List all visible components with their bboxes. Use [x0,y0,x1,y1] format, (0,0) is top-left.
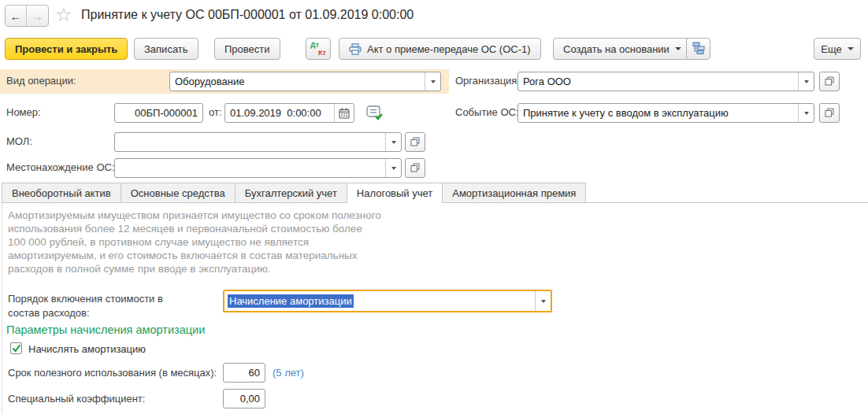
cost-inclusion-combobox[interactable]: Начисление амортизации [223,290,552,312]
more-label: Еще [821,43,841,55]
os-event-combobox[interactable]: Принятие к учету с вводом в эксплуатацию [517,103,814,123]
create-based-on-button[interactable]: Создать на основании [553,38,692,60]
useful-life-hint: (5 лет) [273,367,304,379]
operation-type-value: Оборудование [170,76,425,87]
open-icon [410,135,420,150]
page-title: Принятие к учету ОС 00БП-000001 от 01.09… [81,8,414,22]
depreciation-info-text: Амортизируемым имуществом признается иму… [8,209,381,275]
useful-life-value: 60 [249,367,260,379]
tab-bar: Внеоборотный актив Основные средства Бух… [2,183,586,203]
tab-tax-accounting[interactable]: Налоговый учет [347,183,442,204]
tab-depreciation-premium[interactable]: Амортизационная премия [442,183,586,203]
header: ← → ☆ Принятие к учету ОС 00БП-000001 от… [0,0,868,33]
date-input[interactable]: 01.09.2019 0:00:00 [224,103,354,123]
location-label: Местонахождение ОС: [6,161,115,173]
chevron-down-icon [675,47,681,50]
location-open-button[interactable] [405,158,425,178]
cost-inclusion-value: Начисление амортизации [228,294,354,308]
os-event-label: Событие ОС: [455,106,519,118]
dropdown-arrow-icon[interactable] [425,72,440,91]
chevron-down-icon [848,47,854,50]
useful-life-input[interactable]: 60 [223,363,265,383]
organization-combobox[interactable]: Рога ООО [517,72,814,91]
number-input[interactable]: 00БП-000001 [114,103,203,123]
open-icon [410,161,420,176]
number-label: Номер: [6,106,41,118]
history-nav: ← → [5,5,49,27]
os-event-value: Принятие к учету с вводом в эксплуатацию [518,107,798,119]
mol-combobox[interactable] [114,132,402,152]
post-and-close-button[interactable]: Провести и закрыть [5,38,128,60]
calendar-icon[interactable] [334,104,354,122]
save-button[interactable]: Записать [134,38,198,60]
os-event-open-button[interactable] [819,103,840,123]
dropdown-arrow-icon[interactable] [798,104,814,122]
print-act-button[interactable]: Акт о приеме-передаче ОС (ОС-1) [339,38,541,60]
debit-label: Дт [310,41,319,49]
mol-label: МОЛ: [6,135,32,147]
organization-open-button[interactable] [819,72,840,91]
forward-button[interactable]: → [27,6,48,26]
debit-credit-button[interactable]: Дт Кт [306,38,331,60]
save-label: Записать [144,43,188,55]
accrue-depreciation-checkbox[interactable] [10,342,22,354]
depreciation-params-header: Параметры начисления амортизации [6,323,205,336]
dropdown-arrow-icon[interactable] [385,159,401,177]
document-check-icon [365,109,383,123]
accrue-depreciation-label: Начислять амортизацию [28,343,146,355]
print-act-label: Акт о приеме-передаче ОС (ОС-1) [367,43,531,55]
tab-accounting[interactable]: Бухгалтерский учет [235,183,347,203]
post-label: Провести [224,43,270,55]
set-current-date-button[interactable] [365,105,383,124]
open-icon [825,75,834,89]
useful-life-label: Срок полезного использования (в месяцах)… [8,367,217,379]
operation-type-combobox[interactable]: Оборудование [169,72,441,91]
printer-icon [349,43,362,55]
document-structure-button[interactable] [686,38,710,60]
dropdown-arrow-icon[interactable] [385,133,401,151]
organization-label: Организация: [455,75,520,87]
date-from-label: от: [209,106,222,118]
special-coefficient-label: Специальный коэффициент: [8,393,145,405]
post-and-close-label: Провести и закрыть [15,43,117,55]
number-value: 00БП-000001 [115,107,202,119]
date-value: 01.09.2019 0:00:00 [225,107,334,119]
favorite-star-icon[interactable]: ☆ [55,4,72,26]
tab-fixed-assets[interactable]: Основные средства [121,183,235,203]
organization-value: Рога ООО [518,76,798,87]
toolbar: Провести и закрыть Записать Провести Дт … [0,37,868,62]
credit-label: Кт [318,49,326,57]
more-button[interactable]: Еще [814,38,861,60]
special-coefficient-input[interactable]: 0,00 [223,389,265,408]
structure-icon [692,42,705,57]
checkmark-icon [12,342,21,356]
open-icon [825,106,834,120]
operation-type-label: Вид операции: [6,75,76,87]
post-button[interactable]: Провести [214,38,280,60]
create-based-on-label: Создать на основании [563,43,670,55]
dropdown-arrow-icon[interactable] [798,72,814,91]
location-combobox[interactable] [114,158,402,178]
special-coefficient-value: 0,00 [240,393,260,405]
mol-open-button[interactable] [405,132,425,152]
back-button[interactable]: ← [6,6,27,26]
fixed-asset-acceptance-form: ← → ☆ Принятие к учету ОС 00БП-000001 от… [0,0,868,414]
cost-inclusion-label: Порядок включения стоимости в состав рас… [8,292,185,320]
tab-non-current-asset[interactable]: Внеоборотный актив [2,183,121,203]
dropdown-arrow-icon[interactable] [535,291,551,311]
